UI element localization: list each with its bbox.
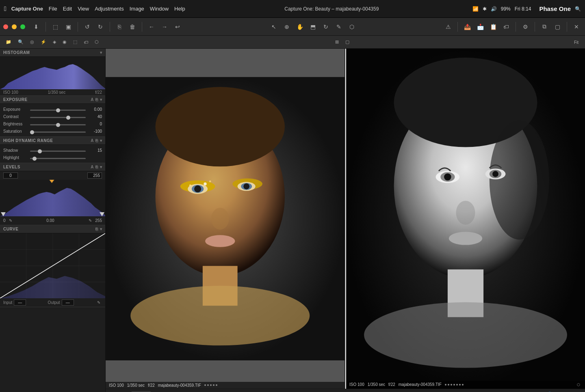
menu-view[interactable]: View <box>78 6 89 12</box>
window-title: Capture One: Beauty – majabeauty-004359 <box>191 6 472 12</box>
close-panel[interactable]: ✕ <box>571 22 582 32</box>
hdr-auto-icon: A <box>91 138 94 143</box>
exposure-header[interactable]: EXPOSURE A ⎘ ▾ <box>0 96 105 104</box>
menu-window[interactable]: Window <box>150 6 169 12</box>
contrast-adj-label: Contrast <box>3 114 28 119</box>
recipe-button[interactable]: 📋 <box>488 22 498 32</box>
bluetooth-icon: ✱ <box>483 6 487 12</box>
exif-aperture: f/22 <box>95 90 102 95</box>
tab-meta[interactable]: 🏷 <box>81 38 91 47</box>
tab-color[interactable]: ◉ <box>60 38 69 47</box>
levels-copy-icon: ⎘ <box>95 165 98 169</box>
menu-adjustments[interactable]: Adjustments <box>95 6 124 12</box>
cursor-tool[interactable]: ↖ <box>269 22 279 32</box>
redo-button[interactable]: ↻ <box>95 22 106 32</box>
levels-black-input[interactable] <box>3 172 18 179</box>
svg-point-30 <box>456 201 475 225</box>
curve-inputs: Input Output ✎ <box>0 298 105 307</box>
capture-button[interactable]: ▣ <box>63 22 74 32</box>
shadow-slider[interactable] <box>30 151 86 152</box>
curve-header[interactable]: CURVE ⎘ ▾ <box>0 225 105 233</box>
exposure-content: Exposure 0.00 Contrast 40 Brightness <box>0 104 105 136</box>
zoom-level: Fit <box>574 40 578 45</box>
curve-input-value[interactable] <box>14 299 26 306</box>
photo-pane-right[interactable]: ISO 100 1/350 sec f/22 majabeauty-004359… <box>346 49 585 389</box>
back-button[interactable]: ↩ <box>172 22 183 32</box>
left-panel: HISTOGRAM ▾ ISO 100 1/350 sec f/22 EXPOS… <box>0 49 106 392</box>
hdr-header[interactable]: HIGH DYNAMIC RANGE A ⎘ ▾ <box>0 137 105 145</box>
histogram-header[interactable]: HISTOGRAM ▾ <box>0 49 105 57</box>
menu-help[interactable]: Help <box>174 6 185 12</box>
menu-image[interactable]: Image <box>130 6 144 12</box>
traffic-light-close[interactable] <box>3 24 8 29</box>
prev-button[interactable]: ← <box>146 22 157 32</box>
curve-label: CURVE <box>3 227 18 231</box>
tab-filters[interactable]: ◎ <box>28 38 37 47</box>
browse-button[interactable]: ⬚ <box>50 22 61 32</box>
toolbar-sep-8 <box>567 22 567 32</box>
levels-input-white: 255 <box>95 218 102 223</box>
view-grid[interactable]: ⊞ <box>333 38 341 47</box>
curve-picker[interactable]: ✎ <box>95 299 102 306</box>
app-name[interactable]: Capture One <box>11 6 43 12</box>
levels-white-input[interactable] <box>87 172 102 179</box>
rdot1 <box>445 384 446 386</box>
crop-tool[interactable]: ⬒ <box>308 22 318 32</box>
delete-button[interactable]: 🗑 <box>127 22 138 32</box>
undo-button[interactable]: ↺ <box>82 22 93 32</box>
levels-top-inputs <box>0 171 105 180</box>
rdot6 <box>459 384 461 386</box>
zoom-tool[interactable]: ⊕ <box>282 22 292 32</box>
curve-section: CURVE ⎘ ▾ Input Output ✎ <box>0 225 105 307</box>
photo-right-info: ISO 100 1/350 sec f/22 majabeauty-004359… <box>346 381 585 389</box>
exposure-row: Exposure 0.00 <box>0 106 105 113</box>
brightness-slider[interactable] <box>30 124 86 125</box>
svg-point-4 <box>156 87 285 166</box>
traffic-light-minimize[interactable] <box>12 24 17 29</box>
curve-canvas <box>0 233 105 298</box>
filmstrip: ⊞ ☰ Name ▾ 2 of 7 images selected 👤 ⊖⊕ ⋯… <box>106 389 585 392</box>
contrast-slider[interactable] <box>30 117 86 118</box>
histogram-canvas <box>0 57 105 89</box>
pan-tool[interactable]: ✋ <box>295 22 305 32</box>
spot-tool[interactable]: ✎ <box>334 22 344 32</box>
tab-batch[interactable]: ⬡ <box>92 38 101 47</box>
traffic-light-maximize[interactable] <box>20 24 25 29</box>
highlight-slider[interactable] <box>30 158 86 159</box>
curve-output-value[interactable] <box>62 299 74 306</box>
tab-library[interactable]: 📁 <box>3 38 14 47</box>
export-button[interactable]: 📤 <box>462 22 472 32</box>
exif-iso: ISO 100 <box>3 90 18 95</box>
tab-adjustments[interactable]: ⚡ <box>38 38 49 47</box>
settings-button[interactable]: ⚙ <box>520 22 531 32</box>
export2-button[interactable]: 📩 <box>475 22 485 32</box>
meta-button[interactable]: 🏷 <box>501 22 511 32</box>
dot2 <box>207 384 209 386</box>
tab-search[interactable]: 🔍 <box>15 38 26 47</box>
photo-left-image <box>106 49 344 389</box>
photo-right-expand[interactable]: ⬡ <box>575 382 582 388</box>
search-icon[interactable]: 🔍 <box>575 6 581 12</box>
tab-details[interactable]: ◈ <box>50 38 58 47</box>
next-button[interactable]: → <box>159 22 170 32</box>
tab-lens[interactable]: ⬚ <box>71 38 80 47</box>
menu-file[interactable]: File <box>49 6 57 12</box>
levels-white-picker[interactable]: ✎ <box>87 218 93 224</box>
clone-tool[interactable]: ⬡ <box>347 22 357 32</box>
levels-black-picker[interactable]: ✎ <box>7 218 14 224</box>
menu-edit[interactable]: Edit <box>63 6 72 12</box>
alert-button[interactable]: ⚠ <box>443 22 453 32</box>
view-single[interactable]: ▢ <box>343 38 352 47</box>
photo-pane-left[interactable]: ISO 100 1/350 sec f/22 majabeauty-004359… <box>106 49 344 389</box>
layout-single[interactable]: ▢ <box>552 22 563 32</box>
copy-button[interactable]: ⎘ <box>114 22 125 32</box>
layout-split[interactable]: ⧉ <box>539 22 550 32</box>
saturation-slider[interactable] <box>30 131 86 133</box>
phase-one-logo: Phase One <box>539 5 571 12</box>
levels-header[interactable]: LEVELS A ⎘ ▾ <box>0 163 105 171</box>
hdr-section: HIGH DYNAMIC RANGE A ⎘ ▾ Shadow 15 Highl… <box>0 137 105 163</box>
exposure-slider[interactable] <box>30 110 86 111</box>
rotate-tool[interactable]: ↻ <box>321 22 331 32</box>
import-button[interactable]: ⬇ <box>31 22 41 32</box>
dot4 <box>213 384 214 386</box>
